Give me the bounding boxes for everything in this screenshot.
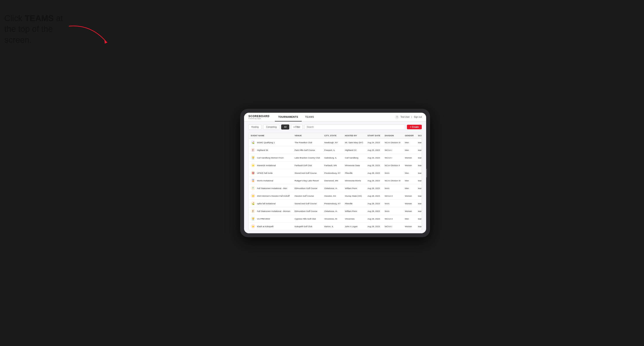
table-row: ⭐ Maverick Invitational Faribault Golf C… [249, 162, 422, 169]
table-row: ⛳ upike fall invitational StoneCrest Gol… [249, 200, 422, 207]
event-icon: 🏌 [251, 209, 255, 213]
cell-hosted-by: William Penn [343, 207, 365, 215]
instruction-text: Click TEAMS at the top of the screen. [4, 13, 74, 45]
cell-scoring: team, Stroke Play [416, 154, 422, 162]
cell-division: NICAA II [382, 192, 402, 200]
settings-icon[interactable]: ⚙ [395, 115, 399, 119]
cell-scoring: team, Stroke Play [416, 215, 422, 223]
event-name-text: upike fall invitational [257, 202, 276, 205]
cell-city-state: Marion, IL [322, 223, 343, 230]
tournaments-table: EVENT NAME VENUE CITY, STATE HOSTED BY S… [248, 133, 422, 230]
nav-right: ⚙ Test User | Sign out [395, 115, 422, 119]
tab-tournaments[interactable]: TOURNAMENTS [275, 113, 302, 121]
cell-city-state: Prestonsburg, KY [322, 169, 343, 177]
cell-start-date: Aug 28, 2023 [365, 200, 382, 207]
create-button[interactable]: + Create [407, 125, 422, 129]
header-gender: GENDER [402, 133, 416, 139]
scroll-handle[interactable] [426, 169, 427, 177]
event-icon: 🏆 [251, 156, 255, 160]
logo-area: SCOREBOARD Powered by clippit [248, 115, 270, 119]
cell-hosted-by: Vincennes [343, 215, 365, 223]
cell-start-date: Aug 28, 2023 [365, 177, 382, 184]
cell-start-date: Aug 26, 2023 [365, 154, 382, 162]
header-city-state: CITY, STATE [322, 133, 343, 139]
cell-scoring: team, Stroke Play [416, 169, 422, 177]
tablet-frame: SCOREBOARD Powered by clippit TOURNAMENT… [240, 109, 430, 237]
event-icon: 🎯 [251, 171, 255, 175]
cell-gender: Women [402, 200, 416, 207]
cell-venue: Ruttger's Bay Lake Resort [292, 177, 322, 184]
event-name-text: 2023 Women's Hesston Fall Kickoff [257, 195, 290, 197]
cell-gender: Men [402, 169, 416, 177]
event-name-text: VU PREVIEW [257, 218, 270, 220]
header-event-name: EVENT NAME [249, 133, 292, 139]
cell-venue: The Powelton Club [292, 139, 322, 146]
competing-filter-btn[interactable]: Competing [263, 125, 280, 130]
cell-venue: Faribault Golf Club [292, 162, 322, 169]
cell-hosted-by: Carl Sandburg [343, 154, 365, 162]
cell-hosted-by: John A Logan [343, 223, 365, 230]
cell-gender: Women [402, 192, 416, 200]
sign-out-link[interactable]: Sign out [414, 116, 422, 118]
cell-scoring: team, Stroke Play [416, 223, 422, 230]
cell-hosted-by: William Penn [343, 184, 365, 192]
cell-venue: Lake Bracken Country Club [292, 154, 322, 162]
table-row: 🏅 Morris Invitational Ruttger's Bay Lake… [249, 177, 422, 184]
hosting-filter-btn[interactable]: Hosting [248, 125, 262, 130]
table-row: ⭐ Klash at Kokopelli Kokopelli Golf Club… [249, 223, 422, 230]
cell-event-name: 🏆 VU PREVIEW [249, 215, 292, 223]
arrow-indicator [64, 22, 117, 48]
table-row: 🏌 Fall Statesmen Invitational - Women Ed… [249, 207, 422, 215]
table-row: 🌟 2023 Women's Hesston Fall Kickoff Hess… [249, 192, 422, 200]
svg-marker-0 [104, 40, 108, 44]
cell-gender: Men [402, 146, 416, 154]
cell-start-date: Aug 28, 2023 [365, 162, 382, 169]
cell-division: NICAA II [382, 215, 402, 223]
cell-city-state: Prestonsburg, KY [322, 200, 343, 207]
event-name-text: Carl Sandburg Women FA23 [257, 157, 283, 159]
cell-scoring: team, Stroke Play [416, 139, 422, 146]
tab-teams[interactable]: TEAMS [302, 113, 318, 121]
cell-city-state: Oskaloosa, IA [322, 207, 343, 215]
search-input[interactable] [304, 125, 405, 130]
cell-scoring: team, Stroke Play [416, 200, 422, 207]
cell-city-state: Newburgh, NY [322, 139, 343, 146]
cell-division: NCAA Division III [382, 139, 402, 146]
cell-start-date: Aug 28, 2023 [365, 207, 382, 215]
cell-gender: Men [402, 177, 416, 184]
logo-subtitle: Powered by clippit [248, 118, 270, 119]
cell-division: NICAA I [382, 154, 402, 162]
cell-scoring: team, Stroke Play [416, 184, 422, 192]
cell-venue: Edmundson Golf Course [292, 184, 322, 192]
content-area: Hosting Competing All ≡ Filter + Create … [244, 121, 426, 233]
cell-event-name: 🎖 Fall Statesmen Invitational - Men [249, 184, 292, 192]
cell-city-state: Galesburg, IL [322, 154, 343, 162]
cell-venue: Hesston Golf Course [292, 192, 322, 200]
cell-scoring: team, Stroke Play [416, 192, 422, 200]
tablet-screen: SCOREBOARD Powered by clippit TOURNAMENT… [244, 113, 426, 233]
cell-city-state: Faribault, MN [322, 162, 343, 169]
cell-event-name: ⭐ Maverick Invitational [249, 162, 292, 169]
cell-scoring: team, Stroke Play [416, 146, 422, 154]
event-name-text: Highland 36 [257, 149, 268, 151]
cell-gender: Women [402, 207, 416, 215]
table-row: 🎖 Fall Statesmen Invitational - Men Edmu… [249, 184, 422, 192]
cell-venue: Kokopelli Golf Club [292, 223, 322, 230]
cell-start-date: Aug 28, 2023 [365, 169, 382, 177]
cell-start-date: Aug 28, 2023 [365, 192, 382, 200]
cell-start-date: Aug 24, 2023 [365, 139, 382, 146]
cell-start-date: Aug 28, 2023 [365, 184, 382, 192]
cell-city-state: Oskaloosa, IA [322, 184, 343, 192]
cell-event-name: 🏆 Carl Sandburg Women FA23 [249, 154, 292, 162]
all-filter-btn[interactable]: All [281, 125, 289, 130]
filter-options-btn[interactable]: ≡ Filter [291, 125, 302, 130]
header-venue: VENUE [292, 133, 322, 139]
cell-event-name: ⛳ upike fall invitational [249, 200, 292, 207]
cell-division: NAIA [382, 207, 402, 215]
cell-gender: Women [402, 162, 416, 169]
cell-gender: Women [402, 154, 416, 162]
cell-venue: Cypress Hills Golf Club [292, 215, 322, 223]
cell-event-name: 🎯 UPIKE Fall Invite [249, 169, 292, 177]
cell-hosted-by: Minnesota-Morris [343, 177, 365, 184]
header-scoring: SCORING [416, 133, 422, 139]
